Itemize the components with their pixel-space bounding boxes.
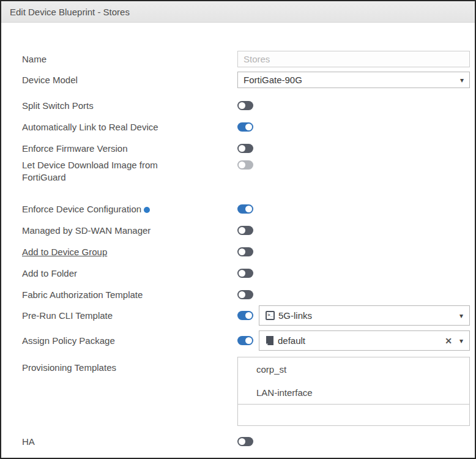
device-model-dropdown[interactable]: FortiGate-90G ▾ (237, 72, 470, 88)
form-row-managed-sdwan: Managed by SD-WAN Manager (22, 220, 470, 241)
provisioning-templates-input[interactable] (237, 405, 470, 426)
edit-device-blueprint-dialog: Edit Device Blueprint - Stores Name Devi… (0, 0, 476, 459)
auto-link-label: Automatically Link to Real Device (22, 122, 158, 132)
enforce-firmware-toggle[interactable] (237, 144, 253, 153)
chevron-down-icon[interactable]: ▾ (459, 337, 463, 345)
form-row-split-switch-ports: Split Switch Ports (22, 95, 470, 116)
form-row-enforce-firmware: Enforce Firmware Version (22, 138, 470, 159)
form-row-auto-link: Automatically Link to Real Device (22, 116, 470, 138)
fabric-auth-toggle[interactable] (237, 290, 253, 299)
assign-policy-label: Assign Policy Package (22, 335, 115, 346)
provisioning-templates-box: corp_st LAN-interface (237, 357, 470, 426)
info-dot-icon (144, 207, 150, 213)
ha-label: HA (22, 436, 35, 447)
form-row-provisioning-templates: Provisioning Templates corp_st LAN-inter… (22, 357, 470, 426)
enforce-device-config-toggle[interactable] (237, 204, 253, 214)
pre-run-cli-label: Pre-Run CLI Template (22, 310, 113, 321)
chevron-down-icon[interactable]: ▾ (459, 312, 463, 320)
form-row-device-model: Device Model FortiGate-90G ▾ (22, 72, 470, 88)
add-device-group-toggle[interactable] (237, 247, 253, 256)
let-device-download-toggle (237, 160, 253, 170)
pre-run-cli-toggle[interactable] (237, 311, 253, 320)
let-device-download-label: Let Device Download Image from FortiGuar… (22, 160, 158, 182)
assign-policy-value: default (278, 335, 445, 346)
form-row-ha: HA (22, 431, 470, 452)
form-row-name: Name (22, 51, 470, 67)
dialog-body: Name Device Model FortiGate-90G ▾ Split … (1, 23, 475, 452)
cli-terminal-icon: >_ (266, 311, 275, 320)
device-model-value: FortiGate-90G (244, 75, 460, 85)
enforce-device-config-label: Enforce Device Configuration (22, 204, 141, 214)
pre-run-cli-value: 5G-links (278, 310, 459, 321)
managed-sdwan-toggle[interactable] (237, 226, 253, 235)
form-row-enforce-device-config: Enforce Device Configuration (22, 198, 470, 220)
form-row-pre-run-cli: Pre-Run CLI Template >_ 5G-links ▾ (22, 305, 470, 326)
dialog-title: Edit Device Blueprint - Stores (1, 1, 475, 23)
form-row-assign-policy: Assign Policy Package default ✕ ▾ (22, 330, 470, 351)
policy-package-icon (266, 336, 274, 345)
chevron-down-icon[interactable]: ▾ (460, 76, 464, 84)
form-row-fabric-auth: Fabric Authorization Template (22, 284, 470, 305)
pre-run-cli-dropdown[interactable]: >_ 5G-links ▾ (259, 305, 470, 326)
split-switch-ports-toggle[interactable] (237, 101, 253, 110)
ha-toggle[interactable] (237, 437, 253, 446)
provisioning-templates-label: Provisioning Templates (22, 362, 116, 373)
fabric-auth-label: Fabric Authorization Template (22, 289, 143, 300)
enforce-firmware-label: Enforce Firmware Version (22, 143, 128, 154)
add-device-group-link[interactable]: Add to Device Group (22, 247, 107, 257)
device-model-label: Device Model (22, 75, 78, 85)
assign-policy-toggle[interactable] (237, 336, 253, 345)
assign-policy-dropdown[interactable]: default ✕ ▾ (259, 330, 470, 351)
form-row-add-device-group: Add to Device Group (22, 241, 470, 263)
name-input (237, 51, 470, 67)
add-folder-label: Add to Folder (22, 268, 77, 278)
form-row-add-folder: Add to Folder (22, 263, 470, 284)
auto-link-toggle[interactable] (237, 122, 253, 132)
form-row-let-device-download: Let Device Download Image from FortiGuar… (22, 159, 470, 198)
clear-icon[interactable]: ✕ (445, 336, 452, 346)
add-folder-toggle[interactable] (237, 269, 253, 278)
split-switch-ports-label: Split Switch Ports (22, 100, 94, 111)
list-item[interactable]: LAN-interface (238, 381, 469, 404)
provisioning-templates-list: corp_st LAN-interface (237, 357, 470, 405)
list-item[interactable]: corp_st (238, 357, 469, 381)
managed-sdwan-label: Managed by SD-WAN Manager (22, 225, 151, 236)
name-label: Name (22, 54, 46, 64)
